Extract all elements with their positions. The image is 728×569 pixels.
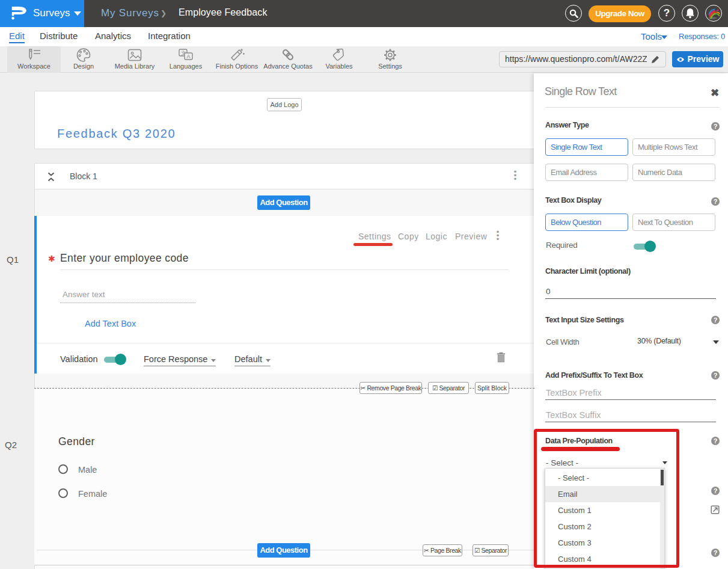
svg-text:A: A bbox=[187, 54, 191, 60]
